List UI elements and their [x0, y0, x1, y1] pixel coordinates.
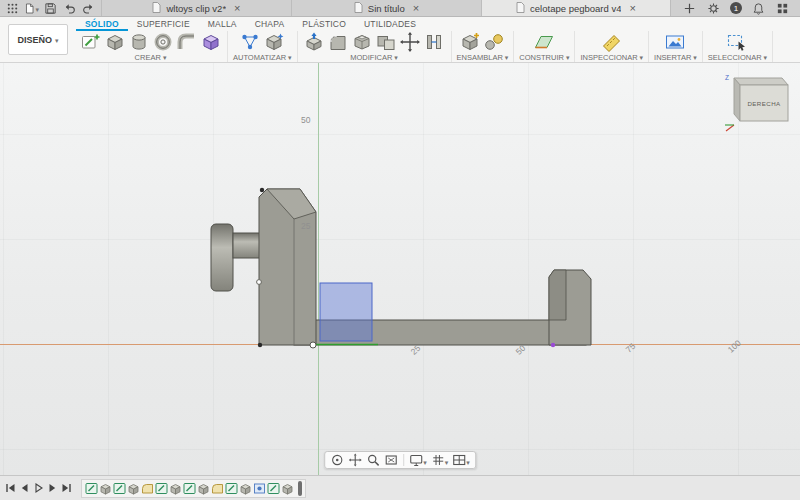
combine-icon[interactable] — [375, 31, 398, 53]
tab-superficie[interactable]: SUPERFICIE — [128, 17, 199, 31]
ribbon-group-label[interactable]: INSPECCIONAR — [580, 53, 643, 62]
ribbon-group-label[interactable]: INSERTAR — [654, 53, 697, 62]
construction-plane-icon[interactable] — [533, 31, 556, 53]
ribbon-group-label[interactable]: AUTOMATIZAR — [233, 53, 292, 62]
go-to-start-button[interactable] — [4, 481, 17, 495]
viewports-icon[interactable] — [451, 450, 471, 470]
ribbon-group-4: CONSTRUIR — [514, 31, 575, 62]
step-forward-button[interactable] — [46, 481, 59, 495]
undo-icon[interactable] — [62, 1, 77, 16]
document-tab[interactable]: wltoys clip v2* — [101, 0, 291, 16]
press-pull-icon[interactable] — [303, 31, 326, 53]
new-component-icon[interactable] — [459, 31, 482, 53]
tab-plastico[interactable]: PLÁSTICO — [293, 17, 355, 31]
add-document-icon[interactable] — [682, 1, 697, 16]
ribbon-group-6: INSERTAR — [649, 31, 703, 62]
tab-utilidades[interactable]: UTILIDADES — [355, 17, 425, 31]
shell-icon[interactable] — [351, 31, 374, 53]
sketch-feature-icon[interactable] — [183, 482, 196, 495]
ribbon-group-2: MODIFICAR — [298, 31, 452, 62]
sketch-feature-icon[interactable] — [155, 482, 168, 495]
insert-image-icon[interactable] — [664, 31, 687, 53]
go-to-end-button[interactable] — [60, 481, 73, 495]
align-icon[interactable] — [423, 31, 446, 53]
fillet-feature-icon[interactable] — [141, 482, 154, 495]
canvas-nav-toolbar — [324, 451, 476, 469]
workspace-selector[interactable]: DISEÑO — [8, 24, 68, 55]
close-tab-icon[interactable] — [413, 3, 419, 14]
joint-icon[interactable] — [483, 31, 506, 53]
model-knob[interactable] — [211, 224, 233, 291]
measure-icon[interactable] — [600, 31, 623, 53]
create-cylinder-icon[interactable] — [127, 31, 150, 53]
axis-tick-label: 50 — [301, 115, 310, 125]
extrude-feature-icon[interactable] — [169, 482, 182, 495]
ribbon-group-label[interactable]: CREAR — [135, 53, 167, 62]
file-menu-icon[interactable] — [24, 1, 39, 16]
close-tab-icon[interactable] — [234, 3, 240, 14]
create-form-icon[interactable] — [199, 31, 222, 53]
ribbon-group-label[interactable]: SELECCIONAR — [708, 53, 767, 62]
window-select-icon[interactable] — [726, 31, 749, 53]
sketch-feature-icon[interactable] — [85, 482, 98, 495]
extrude-feature-icon[interactable] — [197, 482, 210, 495]
extrude-feature-icon[interactable] — [281, 482, 294, 495]
fillet-icon[interactable] — [327, 31, 350, 53]
viewcube-x-axis-indicator — [726, 125, 734, 131]
close-tab-icon[interactable] — [629, 3, 635, 14]
play-button[interactable] — [32, 481, 45, 495]
fillet-feature-icon[interactable] — [211, 482, 224, 495]
document-tab[interactable]: Sin título — [291, 0, 481, 16]
sketch-feature-icon[interactable] — [113, 482, 126, 495]
notifications-icon[interactable] — [751, 1, 766, 16]
redo-icon[interactable] — [81, 1, 96, 16]
tab-chapa[interactable]: CHAPA — [246, 17, 294, 31]
view-cube[interactable]: Z DERECHA — [722, 69, 796, 133]
pan-icon[interactable] — [347, 452, 363, 468]
step-back-button[interactable] — [18, 481, 31, 495]
viewcube-top-face[interactable] — [734, 78, 788, 85]
timeline-playhead[interactable] — [298, 481, 302, 496]
orbit-icon[interactable] — [329, 452, 345, 468]
create-sketch-icon[interactable] — [79, 31, 102, 53]
grid-settings-icon[interactable] — [430, 450, 450, 470]
document-tab-bar: wltoys clip v2* Sin título celotape pegb… — [0, 0, 800, 17]
extrude-feature-icon[interactable] — [99, 482, 112, 495]
app-menu-icon[interactable] — [5, 1, 20, 16]
fit-icon[interactable] — [383, 452, 399, 468]
chevron-down-icon — [55, 35, 59, 45]
model-hook-notch[interactable] — [549, 270, 566, 320]
zoom-icon[interactable] — [365, 452, 381, 468]
model-shaft[interactable] — [233, 233, 260, 258]
ribbon-group-label[interactable]: CONSTRUIR — [519, 53, 569, 62]
app-grid-icon[interactable] — [775, 1, 790, 16]
document-icon — [354, 2, 363, 15]
canvas-viewport[interactable]: Z DERECHA 5025255075100 — [0, 63, 800, 475]
create-box-icon[interactable] — [103, 31, 126, 53]
create-pipe-icon[interactable] — [175, 31, 198, 53]
create-coil-icon[interactable] — [151, 31, 174, 53]
ribbon-group-1: AUTOMATIZAR — [228, 31, 298, 62]
tab-malla[interactable]: MALLA — [199, 17, 246, 31]
ribbon-group-3: ENSAMBLAR — [452, 31, 515, 62]
settings-gear-icon[interactable] — [706, 1, 721, 16]
tab-solido[interactable]: SÓLIDO — [76, 17, 128, 31]
automated-modeling-icon[interactable] — [263, 31, 286, 53]
selection-highlight-box[interactable] — [320, 283, 372, 341]
ribbon-group-label[interactable]: MODIFICAR — [350, 53, 398, 62]
sketch-feature-icon[interactable] — [267, 482, 280, 495]
move-copy-icon[interactable] — [399, 31, 422, 53]
display-settings-icon[interactable] — [408, 450, 428, 470]
extrude-feature-icon[interactable] — [239, 482, 252, 495]
user-avatar[interactable]: 1 — [730, 2, 742, 14]
configure-icon[interactable] — [239, 31, 262, 53]
sketch-feature-icon[interactable] — [225, 482, 238, 495]
ribbon-group-label[interactable]: ENSAMBLAR — [457, 53, 509, 62]
viewcube-left-face[interactable] — [734, 78, 740, 121]
hole-feature-icon[interactable] — [253, 482, 266, 495]
viewcube-z-label: Z — [725, 74, 729, 81]
fusion-app-window: wltoys clip v2* Sin título celotape pegb… — [0, 0, 800, 500]
save-icon[interactable] — [43, 1, 58, 16]
extrude-feature-icon[interactable] — [127, 482, 140, 495]
document-tab-active[interactable]: celotape pegboard v4 — [481, 0, 671, 16]
